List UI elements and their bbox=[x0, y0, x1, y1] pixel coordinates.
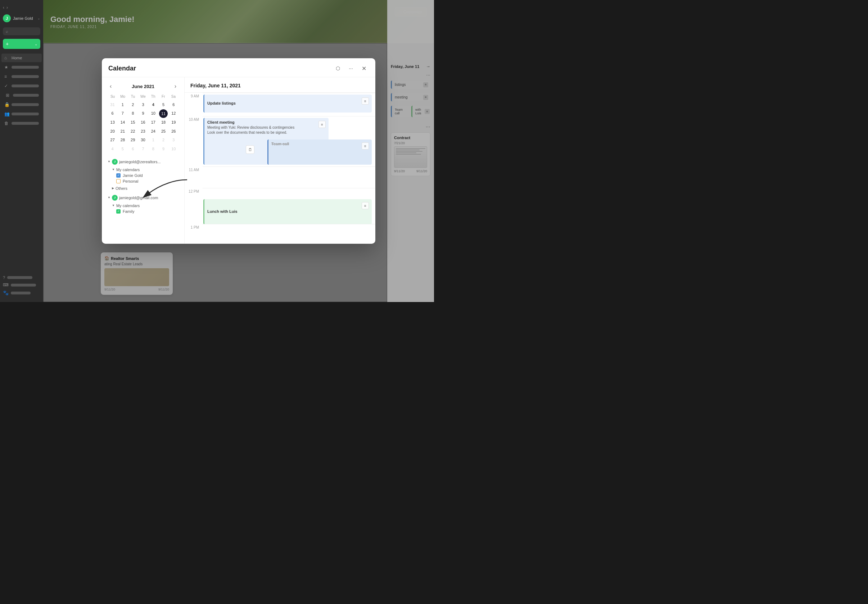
cal-day-12[interactable]: 12 bbox=[169, 109, 178, 118]
sidebar-bottom-bar-3 bbox=[11, 292, 31, 295]
sidebar-item-home[interactable]: ⌂ Home bbox=[2, 54, 42, 62]
sidebar-item-lock[interactable]: 🔒 bbox=[2, 100, 42, 109]
cal-day-1[interactable]: 1 bbox=[118, 100, 127, 109]
jamie-gold-checkbox[interactable]: ✓ bbox=[116, 173, 121, 178]
cal-day-14[interactable]: 14 bbox=[118, 118, 127, 127]
client-meeting-note-icon[interactable]: 🗒 bbox=[246, 145, 254, 154]
account-zerealtors-header[interactable]: ▼ J jamiegold@zerealtors... bbox=[108, 158, 178, 165]
cal-day-7[interactable]: 7 bbox=[118, 109, 127, 118]
events-timeline[interactable]: 9 AM Update listings ≡ bbox=[184, 93, 375, 244]
cal-day-8-next[interactable]: 8 bbox=[148, 145, 158, 153]
modal-export-button[interactable]: ⬡ bbox=[333, 63, 343, 73]
cal-day-6[interactable]: 6 bbox=[108, 109, 117, 118]
next-month-button[interactable]: › bbox=[172, 82, 178, 90]
calendar-item-personal[interactable]: Personal bbox=[112, 178, 178, 184]
modal-close-button[interactable]: ✕ bbox=[359, 63, 369, 73]
calendar-nav: ‹ June 2021 › bbox=[108, 82, 178, 90]
cal-day-26[interactable]: 26 bbox=[169, 127, 178, 136]
modal-more-button[interactable]: ··· bbox=[346, 63, 356, 73]
modal-overlay[interactable]: Calendar ⬡ ··· ✕ bbox=[43, 0, 434, 302]
sidebar-item-favorites[interactable]: ★ bbox=[2, 63, 42, 71]
sidebar-item-list[interactable]: ≡ bbox=[2, 72, 42, 81]
cal-day-4[interactable]: 4 bbox=[148, 100, 158, 109]
cal-day-25[interactable]: 25 bbox=[158, 127, 168, 136]
time-row-9am: 9 AM Update listings ≡ bbox=[184, 93, 375, 116]
timeline-inner: 9 AM Update listings ≡ bbox=[184, 93, 375, 244]
sidebar-bottom-bar-2 bbox=[11, 284, 36, 287]
cal-day-5-next[interactable]: 5 bbox=[118, 145, 127, 153]
sidebar-bottom-bar-1 bbox=[7, 276, 33, 279]
event-update-listings[interactable]: Update listings ≡ bbox=[203, 94, 372, 113]
sidebar-item-people[interactable]: 👥 bbox=[2, 110, 42, 118]
sidebar-bottom: ? ⌨ 🐾 bbox=[0, 272, 43, 298]
sidebar-item-tasks[interactable]: ✓ bbox=[2, 82, 42, 90]
cal-day-23[interactable]: 23 bbox=[138, 127, 148, 136]
cal-day-31-prev[interactable]: 31 bbox=[108, 100, 117, 109]
cal-day-4-next[interactable]: 4 bbox=[108, 145, 117, 153]
cal-day-10-next[interactable]: 10 bbox=[169, 145, 178, 153]
event-client-meeting-title: Client meeting bbox=[207, 120, 326, 124]
sidebar-pet[interactable]: 🐾 bbox=[3, 290, 40, 295]
cal-day-19[interactable]: 19 bbox=[169, 118, 178, 127]
calendar-month: June 2021 bbox=[132, 84, 154, 89]
my-cals-2-expand-icon: ▼ bbox=[112, 204, 115, 207]
personal-checkbox[interactable] bbox=[116, 179, 121, 183]
cal-day-9[interactable]: 9 bbox=[138, 109, 148, 118]
cal-day-10[interactable]: 10 bbox=[148, 109, 158, 118]
account-gmail-header[interactable]: ▼ J jamiegold@gmail.com bbox=[108, 194, 178, 201]
cal-day-6-next[interactable]: 6 bbox=[128, 145, 138, 153]
cal-day-13[interactable]: 13 bbox=[108, 118, 117, 127]
nav-back-button[interactable]: ‹ bbox=[3, 5, 4, 10]
cal-day-3[interactable]: 3 bbox=[138, 100, 148, 109]
calendar-panel: ‹ June 2021 › Su Mo Tu We Th bbox=[102, 77, 184, 244]
sidebar-help[interactable]: ? bbox=[3, 275, 40, 280]
cal-day-5[interactable]: 5 bbox=[158, 100, 168, 109]
cal-day-15[interactable]: 15 bbox=[128, 118, 138, 127]
cal-day-16[interactable]: 16 bbox=[138, 118, 148, 127]
sidebar-keyboard[interactable]: ⌨ bbox=[3, 283, 40, 287]
event-team-call[interactable]: Team call ≡ bbox=[267, 139, 372, 165]
my-calendars-header-2[interactable]: ▼ My calendars bbox=[112, 203, 178, 209]
cal-day-21[interactable]: 21 bbox=[118, 127, 127, 136]
my-calendars-header-1[interactable]: ▼ My calendars bbox=[112, 167, 178, 173]
cal-day-22[interactable]: 22 bbox=[128, 127, 138, 136]
cal-day-2-next[interactable]: 2 bbox=[158, 136, 168, 144]
event-lunch-luis[interactable]: Lunch with Luis ≡ bbox=[203, 199, 372, 224]
prev-month-button[interactable]: ‹ bbox=[108, 82, 114, 90]
event-team-call-doc-icon[interactable]: ≡ bbox=[362, 142, 369, 150]
add-button[interactable]: + ⌄ bbox=[3, 39, 40, 49]
sidebar-item-grid[interactable]: ⊞ bbox=[2, 91, 42, 100]
cal-day-24[interactable]: 24 bbox=[148, 127, 158, 136]
cal-day-29[interactable]: 29 bbox=[128, 136, 138, 144]
event-lunch-luis-doc-icon[interactable]: ≡ bbox=[362, 202, 369, 209]
event-client-meeting-doc-icon[interactable]: ≡ bbox=[318, 121, 326, 128]
nav-forward-button[interactable]: › bbox=[6, 5, 8, 10]
calendar-item-jamie-gold[interactable]: ✓ Jamie Gold bbox=[112, 173, 178, 178]
cal-day-6-w1[interactable]: 6 bbox=[169, 100, 178, 109]
cal-day-2[interactable]: 2 bbox=[128, 100, 138, 109]
cal-day-20[interactable]: 20 bbox=[108, 127, 117, 136]
cal-day-28[interactable]: 28 bbox=[118, 136, 127, 144]
trash-icon: 🗑 bbox=[4, 121, 9, 126]
cal-day-27[interactable]: 27 bbox=[108, 136, 117, 144]
sidebar-bar-1 bbox=[11, 66, 39, 69]
star-icon: ★ bbox=[4, 65, 9, 70]
day-header-mo: Mo bbox=[118, 94, 128, 99]
sidebar-user[interactable]: J Jamie Gold ⌄ bbox=[0, 12, 43, 25]
family-checkbox[interactable]: ✓ bbox=[116, 209, 121, 213]
cal-day-9-next[interactable]: 9 bbox=[158, 145, 168, 153]
cal-day-7-next[interactable]: 7 bbox=[138, 145, 148, 153]
sidebar-search[interactable]: ⌕ bbox=[3, 27, 40, 35]
cal-day-11-today[interactable]: 11 bbox=[159, 109, 168, 118]
cal-day-30[interactable]: 30 bbox=[138, 136, 148, 144]
calendar-item-family[interactable]: ✓ Family bbox=[112, 209, 178, 214]
cal-day-8[interactable]: 8 bbox=[128, 109, 138, 118]
sidebar-item-trash[interactable]: 🗑 bbox=[2, 119, 42, 128]
cal-day-1-next[interactable]: 1 bbox=[148, 136, 158, 144]
cal-day-18[interactable]: 18 bbox=[158, 118, 168, 127]
others-header[interactable]: ▶ Others bbox=[112, 185, 178, 191]
cal-day-3-next[interactable]: 3 bbox=[169, 136, 178, 144]
time-content-10am: Client meeting Meeting with Yuki: Review… bbox=[203, 116, 375, 167]
cal-day-17[interactable]: 17 bbox=[148, 118, 158, 127]
event-update-listings-doc-icon[interactable]: ≡ bbox=[362, 97, 369, 105]
